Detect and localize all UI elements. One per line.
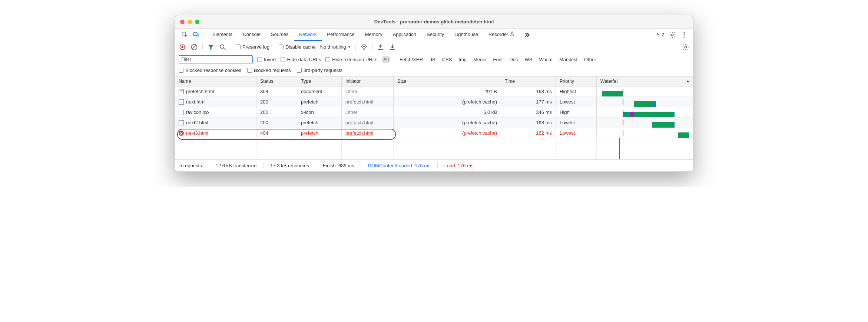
table-row[interactable]: favicon.ico200x-iconOther6.0 kB346 msHig… [175,107,693,118]
filter-type-fetch-xhr[interactable]: Fetch/XHR [398,56,425,63]
minimize-window-button[interactable] [188,20,192,24]
filter-type-manifest[interactable]: Manifest [558,56,579,63]
column-type[interactable]: Type [297,76,342,86]
status-domcontentloaded: DOMContentLoaded: 176 ms [368,163,431,168]
tab-performance[interactable]: Performance [322,29,360,41]
import-har-icon[interactable] [377,43,384,51]
search-icon[interactable] [219,43,226,51]
hide-extension-urls-checkbox[interactable]: Hide extension URLs [325,57,377,62]
cell-status: 304 [256,86,297,96]
request-name: next2.html [186,120,208,125]
tab-sources[interactable]: Sources [266,29,294,41]
cell-initiator: Other [342,107,394,117]
cell-time: 168 ms [501,86,556,96]
tab-recorder[interactable]: Recorder [483,29,520,41]
column-status[interactable]: Status [256,76,297,86]
filter-input[interactable] [179,55,253,63]
tab-elements[interactable]: Elements [207,29,238,41]
table-row[interactable]: next3.html404prefetchprefetch.html(prefe… [175,128,693,138]
column-time[interactable]: Time [501,76,556,86]
network-conditions-icon[interactable] [360,43,368,51]
tab-memory[interactable]: Memory [360,29,388,41]
cell-priority: Highest [556,86,597,96]
request-name: favicon.ico [186,109,209,115]
svg-point-4 [683,32,685,33]
column-size[interactable]: Size [394,76,501,86]
initiator-link[interactable]: prefetch.html [345,99,373,105]
clear-button[interactable] [191,43,198,51]
request-name: next3.html [186,130,208,136]
cell-status: 200 [256,107,297,117]
filter-type-all[interactable]: All [382,56,390,63]
more-tabs-icon[interactable] [523,31,530,39]
cell-waterfall [597,86,693,96]
file-icon [179,99,184,105]
blocked-cookies-checkbox[interactable]: Blocked response cookies [179,68,241,73]
separator [203,32,203,38]
request-name: prefetch.html [186,89,214,94]
cell-waterfall [597,118,693,128]
settings-gear-icon[interactable] [669,31,676,39]
filter-type-doc[interactable]: Doc [508,56,519,63]
record-button[interactable] [179,43,186,51]
network-settings-gear-icon[interactable] [682,43,689,51]
blocked-requests-checkbox[interactable]: Blocked requests [247,68,291,73]
filter-type-media[interactable]: Media [472,56,488,63]
column-priority[interactable]: Priority [556,76,597,86]
svg-point-6 [683,36,685,37]
device-toggle-icon[interactable] [192,31,199,39]
issues-badge[interactable]: ⚑ 2 [656,32,664,37]
svg-rect-8 [182,46,183,48]
status-load: Load: 176 ms [444,163,474,168]
svg-point-3 [672,34,673,36]
network-table: Name Status Type Initiator Size Time Pri… [175,76,693,159]
cell-status: 200 [256,118,297,128]
cell-initiator: prefetch.html [342,128,394,138]
status-resources: 17.3 kB resources [270,163,309,168]
invert-checkbox[interactable]: Invert [257,57,276,62]
separator [355,44,356,50]
throttling-select[interactable]: No throttling▼ [320,44,351,50]
preserve-log-checkbox[interactable]: Preserve log [236,44,269,50]
zoom-window-button[interactable] [195,20,199,24]
table-row[interactable]: next2.html200prefetchprefetch.html(prefe… [175,118,693,128]
export-har-icon[interactable] [389,43,396,51]
cell-status: 404 [256,128,297,138]
cell-priority: High [556,107,597,117]
third-party-checkbox[interactable]: 3rd-party requests [297,68,343,73]
filter-type-wasm[interactable]: Wasm [538,56,554,63]
hide-data-urls-checkbox[interactable]: Hide data URLs [281,57,321,62]
tab-security[interactable]: Security [421,29,449,41]
filter-icon[interactable] [207,43,215,51]
filter-type-css[interactable]: CSS [441,56,454,63]
disable-cache-checkbox[interactable]: Disable cache [279,44,316,50]
tab-application[interactable]: Application [388,29,422,41]
cell-time: 168 ms [501,118,556,128]
kebab-menu-icon[interactable] [680,31,688,39]
filter-type-img[interactable]: Img [457,56,468,63]
filter-type-js[interactable]: JS [428,56,437,63]
column-waterfall[interactable]: Waterfall [597,76,693,86]
svg-point-13 [363,48,364,49]
cell-priority: Lowest [556,128,597,138]
table-row[interactable]: next.html200prefetchprefetch.html(prefet… [175,97,693,107]
tab-console[interactable]: Console [238,29,266,41]
inspect-element-icon[interactable] [181,31,188,39]
filter-type-other[interactable]: Other [583,56,598,63]
close-window-button[interactable] [180,20,185,24]
initiator-link[interactable]: prefetch.html [345,120,373,125]
cell-status: 200 [256,97,297,107]
table-row[interactable]: prefetch.html304documentOther291 B168 ms… [175,86,693,97]
initiator-link[interactable]: prefetch.html [345,130,373,136]
tab-lighthouse[interactable]: Lighthouse [449,29,483,41]
cell-type: x-icon [297,107,342,117]
titlebar: DevTools - prerender-demos.glitch.me/pre… [175,15,693,29]
tab-network[interactable]: Network [294,29,322,41]
column-name[interactable]: Name [175,76,256,86]
filter-type-font[interactable]: Font [491,56,504,63]
cell-size: 6.0 kB [394,107,501,117]
filter-type-ws[interactable]: WS [523,56,534,63]
cell-waterfall [597,128,693,138]
cell-priority: Lowest [556,118,597,128]
column-initiator[interactable]: Initiator [342,76,394,86]
